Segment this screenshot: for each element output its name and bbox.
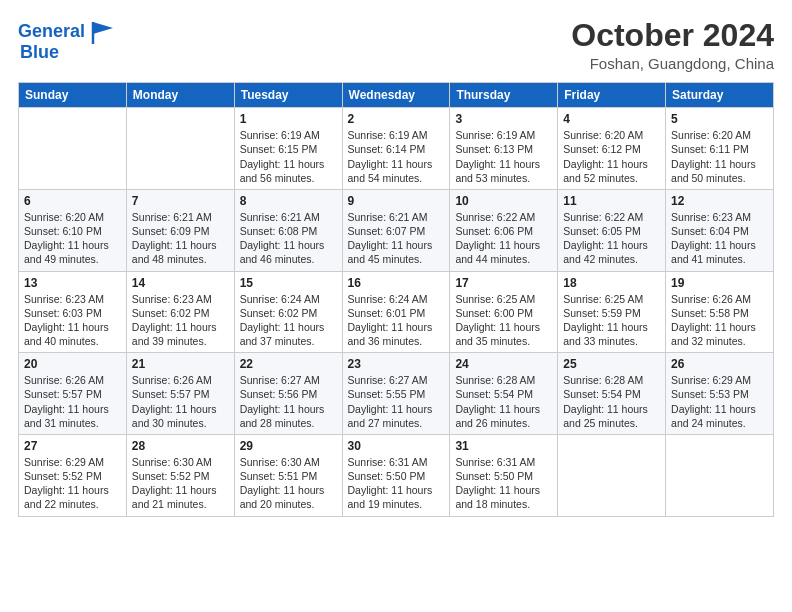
calendar-week-row: 13Sunrise: 6:23 AM Sunset: 6:03 PM Dayli…: [19, 271, 774, 353]
table-row: 8Sunrise: 6:21 AM Sunset: 6:08 PM Daylig…: [234, 189, 342, 271]
day-number: 20: [24, 357, 121, 371]
day-number: 4: [563, 112, 660, 126]
table-row: 26Sunrise: 6:29 AM Sunset: 5:53 PM Dayli…: [666, 353, 774, 435]
day-info: Sunrise: 6:21 AM Sunset: 6:07 PM Dayligh…: [348, 210, 445, 267]
calendar-week-row: 6Sunrise: 6:20 AM Sunset: 6:10 PM Daylig…: [19, 189, 774, 271]
logo: General Blue: [18, 18, 117, 63]
table-row: 27Sunrise: 6:29 AM Sunset: 5:52 PM Dayli…: [19, 434, 127, 516]
calendar-header-row: Sunday Monday Tuesday Wednesday Thursday…: [19, 83, 774, 108]
day-info: Sunrise: 6:19 AM Sunset: 6:13 PM Dayligh…: [455, 128, 552, 185]
month-title: October 2024: [571, 18, 774, 53]
table-row: 6Sunrise: 6:20 AM Sunset: 6:10 PM Daylig…: [19, 189, 127, 271]
day-number: 3: [455, 112, 552, 126]
calendar-week-row: 20Sunrise: 6:26 AM Sunset: 5:57 PM Dayli…: [19, 353, 774, 435]
table-row: 2Sunrise: 6:19 AM Sunset: 6:14 PM Daylig…: [342, 108, 450, 190]
day-info: Sunrise: 6:20 AM Sunset: 6:10 PM Dayligh…: [24, 210, 121, 267]
day-info: Sunrise: 6:22 AM Sunset: 6:05 PM Dayligh…: [563, 210, 660, 267]
table-row: 19Sunrise: 6:26 AM Sunset: 5:58 PM Dayli…: [666, 271, 774, 353]
table-row: 17Sunrise: 6:25 AM Sunset: 6:00 PM Dayli…: [450, 271, 558, 353]
table-row: 29Sunrise: 6:30 AM Sunset: 5:51 PM Dayli…: [234, 434, 342, 516]
day-info: Sunrise: 6:21 AM Sunset: 6:08 PM Dayligh…: [240, 210, 337, 267]
day-info: Sunrise: 6:25 AM Sunset: 5:59 PM Dayligh…: [563, 292, 660, 349]
day-number: 12: [671, 194, 768, 208]
header: General Blue October 2024 Foshan, Guangd…: [18, 18, 774, 72]
table-row: [126, 108, 234, 190]
location: Foshan, Guangdong, China: [571, 55, 774, 72]
table-row: [558, 434, 666, 516]
table-row: 25Sunrise: 6:28 AM Sunset: 5:54 PM Dayli…: [558, 353, 666, 435]
table-row: 4Sunrise: 6:20 AM Sunset: 6:12 PM Daylig…: [558, 108, 666, 190]
day-number: 16: [348, 276, 445, 290]
table-row: 5Sunrise: 6:20 AM Sunset: 6:11 PM Daylig…: [666, 108, 774, 190]
table-row: 12Sunrise: 6:23 AM Sunset: 6:04 PM Dayli…: [666, 189, 774, 271]
day-info: Sunrise: 6:21 AM Sunset: 6:09 PM Dayligh…: [132, 210, 229, 267]
day-info: Sunrise: 6:23 AM Sunset: 6:03 PM Dayligh…: [24, 292, 121, 349]
day-number: 25: [563, 357, 660, 371]
day-info: Sunrise: 6:19 AM Sunset: 6:15 PM Dayligh…: [240, 128, 337, 185]
logo-text: General: [18, 22, 85, 42]
day-number: 14: [132, 276, 229, 290]
col-saturday: Saturday: [666, 83, 774, 108]
table-row: 23Sunrise: 6:27 AM Sunset: 5:55 PM Dayli…: [342, 353, 450, 435]
table-row: 11Sunrise: 6:22 AM Sunset: 6:05 PM Dayli…: [558, 189, 666, 271]
day-info: Sunrise: 6:24 AM Sunset: 6:01 PM Dayligh…: [348, 292, 445, 349]
day-number: 31: [455, 439, 552, 453]
day-number: 22: [240, 357, 337, 371]
table-row: 22Sunrise: 6:27 AM Sunset: 5:56 PM Dayli…: [234, 353, 342, 435]
day-info: Sunrise: 6:23 AM Sunset: 6:02 PM Dayligh…: [132, 292, 229, 349]
col-tuesday: Tuesday: [234, 83, 342, 108]
table-row: 28Sunrise: 6:30 AM Sunset: 5:52 PM Dayli…: [126, 434, 234, 516]
day-number: 30: [348, 439, 445, 453]
col-friday: Friday: [558, 83, 666, 108]
day-number: 28: [132, 439, 229, 453]
day-info: Sunrise: 6:27 AM Sunset: 5:55 PM Dayligh…: [348, 373, 445, 430]
calendar-week-row: 27Sunrise: 6:29 AM Sunset: 5:52 PM Dayli…: [19, 434, 774, 516]
day-number: 5: [671, 112, 768, 126]
day-number: 7: [132, 194, 229, 208]
table-row: 31Sunrise: 6:31 AM Sunset: 5:50 PM Dayli…: [450, 434, 558, 516]
day-info: Sunrise: 6:20 AM Sunset: 6:12 PM Dayligh…: [563, 128, 660, 185]
table-row: [666, 434, 774, 516]
table-row: 30Sunrise: 6:31 AM Sunset: 5:50 PM Dayli…: [342, 434, 450, 516]
day-number: 13: [24, 276, 121, 290]
day-number: 2: [348, 112, 445, 126]
table-row: 18Sunrise: 6:25 AM Sunset: 5:59 PM Dayli…: [558, 271, 666, 353]
table-row: 14Sunrise: 6:23 AM Sunset: 6:02 PM Dayli…: [126, 271, 234, 353]
day-info: Sunrise: 6:29 AM Sunset: 5:52 PM Dayligh…: [24, 455, 121, 512]
col-sunday: Sunday: [19, 83, 127, 108]
day-info: Sunrise: 6:30 AM Sunset: 5:52 PM Dayligh…: [132, 455, 229, 512]
day-number: 24: [455, 357, 552, 371]
day-info: Sunrise: 6:23 AM Sunset: 6:04 PM Dayligh…: [671, 210, 768, 267]
calendar-table: Sunday Monday Tuesday Wednesday Thursday…: [18, 82, 774, 516]
day-info: Sunrise: 6:20 AM Sunset: 6:11 PM Dayligh…: [671, 128, 768, 185]
col-monday: Monday: [126, 83, 234, 108]
day-number: 9: [348, 194, 445, 208]
table-row: 1Sunrise: 6:19 AM Sunset: 6:15 PM Daylig…: [234, 108, 342, 190]
day-info: Sunrise: 6:22 AM Sunset: 6:06 PM Dayligh…: [455, 210, 552, 267]
day-number: 10: [455, 194, 552, 208]
day-number: 21: [132, 357, 229, 371]
day-info: Sunrise: 6:28 AM Sunset: 5:54 PM Dayligh…: [455, 373, 552, 430]
day-number: 29: [240, 439, 337, 453]
col-wednesday: Wednesday: [342, 83, 450, 108]
day-info: Sunrise: 6:29 AM Sunset: 5:53 PM Dayligh…: [671, 373, 768, 430]
day-info: Sunrise: 6:26 AM Sunset: 5:58 PM Dayligh…: [671, 292, 768, 349]
day-info: Sunrise: 6:31 AM Sunset: 5:50 PM Dayligh…: [348, 455, 445, 512]
day-number: 1: [240, 112, 337, 126]
day-number: 17: [455, 276, 552, 290]
day-number: 23: [348, 357, 445, 371]
table-row: 7Sunrise: 6:21 AM Sunset: 6:09 PM Daylig…: [126, 189, 234, 271]
day-info: Sunrise: 6:28 AM Sunset: 5:54 PM Dayligh…: [563, 373, 660, 430]
title-block: October 2024 Foshan, Guangdong, China: [571, 18, 774, 72]
table-row: [19, 108, 127, 190]
table-row: 10Sunrise: 6:22 AM Sunset: 6:06 PM Dayli…: [450, 189, 558, 271]
day-number: 27: [24, 439, 121, 453]
day-number: 11: [563, 194, 660, 208]
day-info: Sunrise: 6:31 AM Sunset: 5:50 PM Dayligh…: [455, 455, 552, 512]
page: General Blue October 2024 Foshan, Guangd…: [0, 0, 792, 612]
svg-marker-0: [93, 22, 113, 34]
table-row: 20Sunrise: 6:26 AM Sunset: 5:57 PM Dayli…: [19, 353, 127, 435]
day-info: Sunrise: 6:24 AM Sunset: 6:02 PM Dayligh…: [240, 292, 337, 349]
day-info: Sunrise: 6:19 AM Sunset: 6:14 PM Dayligh…: [348, 128, 445, 185]
table-row: 24Sunrise: 6:28 AM Sunset: 5:54 PM Dayli…: [450, 353, 558, 435]
